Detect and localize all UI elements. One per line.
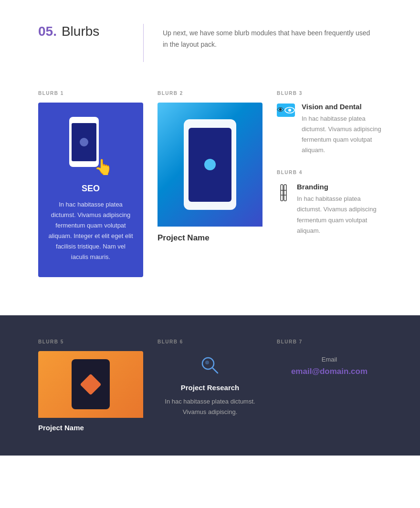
blurb2-screen-dot [204, 159, 216, 170]
blurb4-item: Branding In hac habitasse platea dictums… [277, 183, 382, 236]
blurb3-text: In hac habitasse platea dictumst. Vivamu… [302, 114, 382, 156]
blurb2-image [158, 103, 262, 227]
blurb4-content: Branding In hac habitasse platea dictums… [297, 183, 382, 236]
section-number: 05. [38, 24, 57, 39]
blurb6-label: BLURB 6 [158, 339, 262, 344]
blurb3-item: Vision and Dental In hac habitasse plate… [277, 103, 382, 156]
phone-dot [80, 138, 88, 146]
blurb6-column: BLURB 6 Project Research In hac habitass… [158, 339, 262, 422]
blurb2-phone [184, 119, 236, 210]
hand-icon: 👆 [94, 158, 113, 176]
section-title: Blurbs [62, 24, 99, 39]
header-left: 05. Blurbs [38, 24, 124, 62]
blurb7-label: BLURB 7 [277, 339, 382, 344]
header-description: Up next, we have some blurb modules that… [163, 24, 373, 62]
blurb3-content: Vision and Dental In hac habitasse plate… [302, 103, 382, 156]
blurb34-column: BLURB 3 Vision and Dental In hac habitas… [277, 91, 382, 250]
blurb5-column: BLURB 5 Project Name [38, 339, 143, 432]
blurb5-label: BLURB 5 [38, 339, 143, 344]
blurb5-title: Project Name [38, 424, 143, 432]
dark-section: BLURB 5 Project Name BLURB 6 Project Res… [0, 315, 420, 456]
blurbs-row-1: BLURB 1 👆 SEO In hac habitasse platea di… [0, 81, 420, 287]
blurb4-separator: BLURB 4 [277, 170, 382, 175]
blurb1-label: BLURB 1 [38, 91, 143, 96]
blurb1-text: In hac habitasse platea dictumst. Vivamu… [48, 199, 134, 263]
blurb7-content: Email email@domain.com [277, 351, 382, 381]
blurb7-email-label: Email [277, 356, 382, 363]
bottom-spacer [0, 456, 420, 494]
blurb6-text: In hac habitasse platea dictumst. Vivamu… [158, 396, 262, 417]
blurb6-search-icon [158, 356, 262, 377]
svg-rect-2 [281, 185, 283, 201]
blurb4-icon [277, 184, 290, 202]
tool-icon [277, 184, 290, 202]
blurb4-label: BLURB 4 [277, 170, 382, 175]
blurb1-card: 👆 SEO In hac habitasse platea dictumst. … [38, 103, 143, 277]
blurb2-label: BLURB 2 [158, 91, 262, 96]
svg-point-1 [288, 109, 291, 112]
blurb4-title: Branding [297, 183, 382, 191]
blurb1-phone-icon: 👆 [69, 117, 112, 176]
header-section: 05. Blurbs Up next, we have some blurb m… [0, 0, 420, 81]
blurb6-title: Project Research [158, 384, 262, 392]
blurb5-tablet [72, 359, 110, 409]
blurb5-card: Project Name [38, 351, 143, 432]
blurb2-column: BLURB 2 Project Name [158, 91, 262, 243]
blurb1-column: BLURB 1 👆 SEO In hac habitasse platea di… [38, 91, 143, 277]
blurb1-title: SEO [82, 184, 100, 194]
blurb5-image [38, 351, 143, 418]
blurb2-card: Project Name [158, 103, 262, 243]
blurb2-title: Project Name [158, 233, 262, 243]
phone-wrapper: 👆 [69, 117, 112, 174]
blurb3-title: Vision and Dental [302, 103, 382, 111]
svg-rect-3 [284, 185, 286, 201]
eye-icon [277, 104, 295, 117]
blurb3-label: BLURB 3 [277, 91, 382, 96]
header-divider [143, 24, 144, 62]
blurb2-phone-screen [189, 128, 231, 202]
svg-point-8 [205, 361, 209, 364]
blurb4-text: In hac habitasse platea dictumst. Vivamu… [297, 194, 382, 236]
blurb6-content: Project Research In hac habitasse platea… [158, 351, 262, 422]
svg-line-7 [213, 368, 218, 373]
blurb7-email[interactable]: email@domain.com [277, 367, 382, 376]
blurb7-column: BLURB 7 Email email@domain.com [277, 339, 382, 381]
phone-screen [72, 123, 96, 161]
blurb3-icon [277, 104, 295, 117]
blurb5-diamond-icon [80, 373, 101, 395]
